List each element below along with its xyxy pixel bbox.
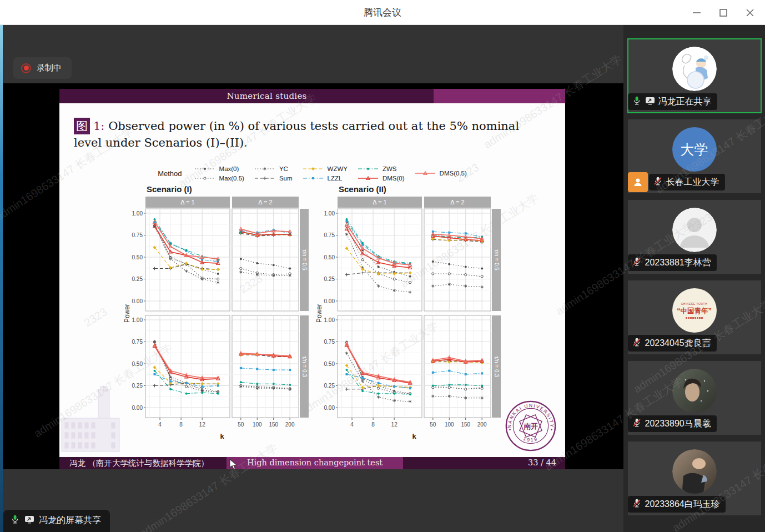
svg-text:12: 12 [391,421,397,428]
svg-text:150: 150 [269,421,278,428]
svg-text:0.50: 0.50 [324,254,335,260]
participant-name: 20234045龚良言 [645,338,711,349]
seal-center-chars: 南开 [524,422,538,430]
legend-sample-icon [193,174,217,182]
legend-sample-icon [253,174,276,182]
maximize-icon[interactable] [714,3,733,22]
host-badge-icon [628,172,648,192]
avatar [672,369,717,413]
participant-tile-2[interactable]: 大学长春工业大学 [628,119,761,193]
mic-on-icon [632,96,642,108]
figure-caption: 图1: Observed power (in %) of various tes… [74,118,548,152]
close-icon[interactable] [741,3,759,22]
svg-text:0.00: 0.00 [132,404,143,410]
window-controls [687,0,759,25]
svg-text:4: 4 [158,421,162,428]
scenario-2-chart: Scenario (II)PowerΔ = 1Δ = 2τ/n = 0.50.0… [315,183,502,443]
legend-sample-icon [301,174,325,182]
svg-text:0.50: 0.50 [132,360,143,367]
legend-entry-wzwy: WZWY [301,165,348,173]
svg-text:50: 50 [238,421,244,428]
participant-tile-6[interactable]: 20233864白玛玉珍 [628,441,761,515]
legend-entry-label: LZZL [328,175,343,182]
avatar-photo [672,449,717,494]
recording-indicator: 录制中 [13,57,72,79]
avatar [672,449,717,494]
minimize-icon[interactable] [687,3,706,22]
university-seal: NANKAI UNIVERSITY 1919 南开 [504,399,557,453]
shared-screen-stage: 录制中 Numerical studies 图1: Observed power… [0,25,623,532]
share-banner-label: 冯龙的屏幕共享 [39,515,101,526]
chart-legend: Method Max(0)Max(0.5)YCSumWZWYLZZLZWSDMS… [59,165,565,182]
svg-text:50: 50 [430,421,436,428]
svg-text:1919: 1919 [522,436,538,443]
legend-entry-zws: ZWS [356,165,405,173]
recording-label: 录制中 [37,63,62,73]
svg-text:Δ = 2: Δ = 2 [258,199,272,205]
legend-entry-max-0-5-: Max(0.5) [193,174,244,182]
slide-header-bar: Numerical studies [59,89,565,103]
svg-text:Δ = 2: Δ = 2 [450,199,464,205]
legend-column: YCSum [253,165,293,182]
svg-text:200: 200 [477,421,486,428]
avatar-text: 大学 [672,127,717,172]
svg-text:0.75: 0.75 [132,232,143,238]
charts-container: Scenario (I)PowerΔ = 1Δ = 2τ/n = 0.50.00… [59,183,565,443]
footer-talk-title: High dimension changepoint test [227,457,404,469]
svg-text:0.00: 0.00 [324,404,335,410]
legend-entry-sum: Sum [253,174,293,182]
participant-name: 冯龙正在共享 [658,96,712,108]
participant-name: 20233864白玛玉珍 [645,499,720,510]
legend-sample-icon [253,165,276,173]
svg-text:Scenario (I): Scenario (I) [147,184,192,194]
legend-entry-dms-0-: DMS(0) [356,174,405,182]
legend-entry-max-0-: Max(0) [193,165,244,173]
main-area: 录制中 Numerical studies 图1: Observed power… [0,25,765,532]
participant-label: 20233881李林营 [628,254,717,271]
svg-text:1.00: 1.00 [132,210,143,216]
legend-entry-label: Max(0.5) [219,175,244,182]
legend-column: ZWSDMS(0) [356,165,405,182]
window-title: 腾讯会议 [364,6,401,19]
participant-tile-3[interactable]: 20233881李林营 [628,200,761,274]
svg-text:0.25: 0.25 [324,383,335,389]
tencent-meeting-window: 腾讯会议 录制中 Numerica [0,0,765,532]
participant-tile-4[interactable]: CHINESE YOUTH“中国青年”20234045龚良言 [628,280,761,354]
legend-entry-label: ZWS [382,165,397,172]
legend-sample-icon [356,174,380,182]
footer-page-number: 33 / 44 [403,457,565,469]
legend-entry-label: Max(0) [219,165,239,172]
svg-text:4: 4 [350,421,354,428]
building-photo [61,386,120,453]
svg-text:1.00: 1.00 [324,210,335,216]
legend-entry-label: DMS(0.5) [440,170,467,177]
figure-caption-text: Observed power (in %) of various tests c… [74,119,519,149]
svg-text:1.00: 1.00 [132,317,143,323]
slide-header-accent [434,89,565,103]
legend-title: Method [158,169,182,178]
participant-tile-5[interactable]: 20233890马晨羲 [628,361,761,435]
legend-entry-label: WZWY [328,165,348,172]
svg-text:τ/n = 0.5: τ/n = 0.5 [301,249,308,270]
svg-text:Δ = 1: Δ = 1 [180,199,194,205]
mic-on-icon [10,514,20,526]
scenario-1-chart: Scenario (I)PowerΔ = 1Δ = 2τ/n = 0.50.00… [123,183,310,443]
participant-sidebar: 冯龙正在共享大学长春工业大学20233881李林营CHINESE YOUTH“中… [623,25,765,532]
participant-label: 20233890马晨羲 [628,415,717,432]
legend-entry-label: Sum [279,175,293,182]
svg-text:Power: Power [315,304,323,323]
svg-text:0.25: 0.25 [132,383,143,389]
svg-text:Δ = 1: Δ = 1 [373,199,386,205]
svg-text:τ/n = 0.3: τ/n = 0.3 [494,356,500,377]
svg-text:τ/n = 0.3: τ/n = 0.3 [301,356,308,377]
participant-label: 20234045龚良言 [628,335,717,352]
legend-entry-yc: YC [253,165,293,173]
participant-tile-1[interactable]: 冯龙正在共享 [628,39,761,113]
figure-number: 1: [93,119,104,133]
screen-share-area: Numerical studies 图1: Observed power (in… [3,83,623,469]
legend-column: Max(0)Max(0.5) [193,165,244,182]
mic-muted-icon [632,418,642,430]
legend-column: WZWYLZZL [301,165,348,182]
svg-text:k: k [220,432,224,440]
svg-text:12: 12 [199,421,205,428]
